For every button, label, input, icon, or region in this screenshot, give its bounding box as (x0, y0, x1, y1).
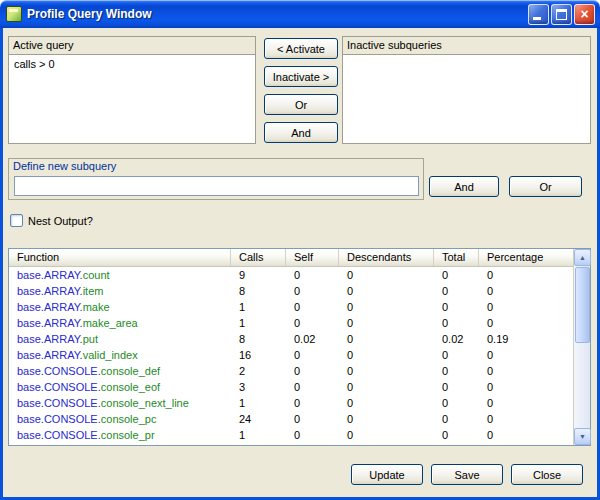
app-icon (6, 6, 22, 22)
value-cell: 0 (479, 363, 573, 379)
function-cell: base.CONSOLE.console_eof (9, 379, 231, 395)
value-cell: 0 (339, 331, 434, 347)
table-row[interactable]: base.ARRAY.put80.0200.020.19 (9, 331, 573, 347)
inactivate-button[interactable]: Inactivate > (264, 66, 338, 87)
value-cell: 0 (339, 267, 434, 283)
function-qualifier: base.ARRAY. (17, 349, 83, 361)
subquery-input[interactable] (14, 176, 419, 196)
and-transfer-button[interactable]: And (264, 122, 338, 143)
value-cell: 0 (479, 299, 573, 315)
value-cell: 0 (339, 283, 434, 299)
value-cell: 0 (479, 395, 573, 411)
value-cell: 0 (339, 315, 434, 331)
value-cell: 1 (231, 427, 286, 443)
value-cell: 0 (339, 427, 434, 443)
function-qualifier: base.ARRAY. (17, 317, 83, 329)
function-cell: base.ARRAY.make (9, 299, 231, 315)
activate-button[interactable]: < Activate (264, 38, 338, 59)
value-cell: 0 (286, 315, 339, 331)
value-cell: 0 (434, 427, 479, 443)
column-header-function[interactable]: Function (9, 249, 231, 267)
inactive-subqueries-list[interactable] (343, 54, 590, 143)
value-cell: 0 (339, 299, 434, 315)
function-qualifier: base.CONSOLE. (17, 365, 101, 377)
update-button[interactable]: Update (351, 464, 423, 485)
function-cell: base.ARRAY.item (9, 283, 231, 299)
query-item[interactable]: calls > 0 (9, 55, 255, 71)
value-cell: 1 (231, 315, 286, 331)
function-qualifier: base.CONSOLE. (17, 381, 101, 393)
function-feature: item (83, 285, 104, 297)
minimize-button[interactable] (528, 4, 549, 25)
dialog-body: Active query calls > 0 < Activate Inacti… (0, 28, 600, 500)
inactive-subqueries-panel: Inactive subqueries (342, 36, 591, 144)
column-header-calls[interactable]: Calls (231, 249, 286, 267)
profile-table: FunctionCallsSelfDescendantsTotalPercent… (8, 248, 591, 446)
function-qualifier: base.ARRAY. (17, 269, 83, 281)
scrollbar-track[interactable] (574, 266, 591, 428)
value-cell: 2 (231, 363, 286, 379)
define-subquery-group: Define new subquery (8, 158, 424, 200)
function-qualifier: base.ARRAY. (17, 333, 83, 345)
function-qualifier: base.CONSOLE. (17, 397, 101, 409)
function-cell: base.ARRAY.put (9, 331, 231, 347)
nest-output-checkbox[interactable] (10, 214, 23, 227)
function-feature: console_def (101, 365, 160, 377)
value-cell: 0 (286, 411, 339, 427)
active-query-caption: Active query (9, 37, 255, 54)
value-cell: 0 (339, 411, 434, 427)
function-qualifier: base.ARRAY. (17, 285, 83, 297)
maximize-button[interactable] (551, 4, 572, 25)
value-cell: 0 (479, 283, 573, 299)
table-body: base.ARRAY.count90000base.ARRAY.item8000… (9, 267, 573, 445)
function-cell: base.ARRAY.make_area (9, 315, 231, 331)
table-row[interactable]: base.ARRAY.make10000 (9, 299, 573, 315)
active-query-list[interactable]: calls > 0 (9, 54, 255, 143)
value-cell: 0 (339, 379, 434, 395)
or-button[interactable]: Or (509, 176, 582, 197)
table-row[interactable]: base.CONSOLE.console_next_line10000 (9, 395, 573, 411)
value-cell: 0 (479, 315, 573, 331)
value-cell: 0 (479, 347, 573, 363)
vertical-scrollbar[interactable]: ▲ ▼ (573, 249, 590, 445)
or-transfer-button[interactable]: Or (264, 94, 338, 115)
function-feature: console_pr (101, 429, 155, 441)
save-button[interactable]: Save (431, 464, 503, 485)
close-icon: × (575, 5, 594, 24)
function-cell: base.ARRAY.valid_index (9, 347, 231, 363)
table-row[interactable]: base.ARRAY.make_area10000 (9, 315, 573, 331)
active-query-panel: Active query calls > 0 (8, 36, 256, 144)
column-header-self[interactable]: Self (286, 249, 339, 267)
value-cell: 0 (434, 395, 479, 411)
column-header-percentage[interactable]: Percentage (479, 249, 573, 267)
function-feature: valid_index (83, 349, 138, 361)
scroll-down-button[interactable]: ▼ (574, 428, 591, 445)
value-cell: 0 (339, 363, 434, 379)
value-cell: 0.19 (479, 331, 573, 347)
value-cell: 0 (434, 283, 479, 299)
and-button[interactable]: And (429, 176, 499, 197)
table-row[interactable]: base.ARRAY.count90000 (9, 267, 573, 283)
titlebar[interactable]: Profile Query Window × (0, 0, 600, 28)
function-feature: put (83, 333, 98, 345)
scroll-up-icon: ▲ (579, 254, 586, 261)
column-header-descendants[interactable]: Descendants (339, 249, 434, 267)
scroll-up-button[interactable]: ▲ (574, 249, 591, 266)
value-cell: 8 (231, 283, 286, 299)
table-row[interactable]: base.ARRAY.valid_index160000 (9, 347, 573, 363)
table-row[interactable]: base.CONSOLE.console_pr10000 (9, 427, 573, 443)
function-cell: base.ARRAY.count (9, 267, 231, 283)
value-cell: 8 (231, 331, 286, 347)
table-row[interactable]: base.ARRAY.item80000 (9, 283, 573, 299)
function-cell: base.CONSOLE.console_next_line (9, 395, 231, 411)
close-dialog-button[interactable]: Close (511, 464, 583, 485)
column-header-total[interactable]: Total (434, 249, 479, 267)
function-feature: count (83, 269, 110, 281)
value-cell: 0 (434, 363, 479, 379)
value-cell: 1 (231, 395, 286, 411)
table-row[interactable]: base.CONSOLE.console_eof30000 (9, 379, 573, 395)
close-button[interactable]: × (574, 4, 595, 25)
table-row[interactable]: base.CONSOLE.console_pc240000 (9, 411, 573, 427)
table-row[interactable]: base.CONSOLE.console_def20000 (9, 363, 573, 379)
scrollbar-thumb[interactable] (575, 267, 590, 343)
